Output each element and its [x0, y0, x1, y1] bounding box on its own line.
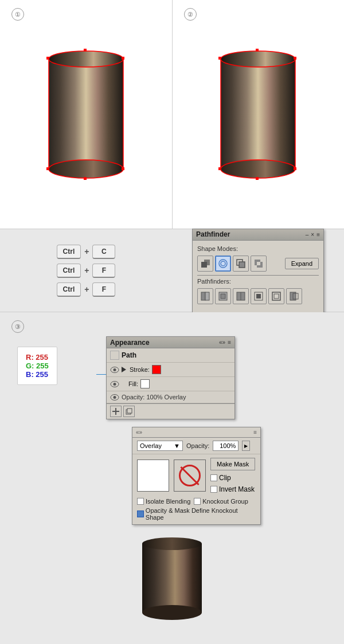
- intersect-btn[interactable]: [233, 256, 249, 272]
- blend-dropdown-arrow[interactable]: ▼: [174, 442, 180, 449]
- opacity-eye-icon[interactable]: [110, 394, 119, 400]
- opacity-mask-row: Opacity & Mask Define Knockout Shape: [132, 506, 260, 524]
- cylinder-1: [43, 43, 129, 186]
- crop-btn[interactable]: [251, 288, 267, 304]
- pathfinder-controls: – × ≡: [306, 231, 320, 238]
- stroke-label: Stroke:: [130, 366, 150, 373]
- isolate-knockout-row: Isolate Blending Knockout Group: [132, 497, 260, 506]
- appearance-menu-btn[interactable]: ≡: [228, 339, 231, 345]
- svg-rect-31: [239, 262, 245, 268]
- divide-btn[interactable]: [197, 288, 213, 304]
- isolate-blending-item: Isolate Blending: [137, 498, 190, 505]
- panel-2-number: ②: [184, 8, 197, 21]
- svg-rect-42: [256, 294, 261, 299]
- svg-rect-8: [122, 57, 124, 60]
- stroke-eye-icon[interactable]: [110, 366, 119, 373]
- bottom-cylinder: [138, 533, 206, 627]
- transparency-titlebar: «» ≡: [132, 427, 260, 438]
- svg-rect-44: [274, 294, 279, 299]
- svg-rect-38: [221, 294, 225, 299]
- pathfinder-title: Pathfinder: [196, 230, 230, 238]
- middle-section: Ctrl + C Ctrl + F Ctrl + F Pathfinder – …: [0, 229, 344, 312]
- expand-btn[interactable]: Expand: [285, 258, 319, 269]
- opacity-label: Opacity:: [186, 442, 209, 449]
- stroke-row[interactable]: Stroke:: [107, 363, 234, 377]
- panel-1-number: ①: [11, 8, 24, 21]
- clip-checkbox[interactable]: [210, 474, 217, 481]
- minimize-btn[interactable]: –: [306, 231, 309, 238]
- svg-rect-43: [272, 292, 280, 300]
- pathfinder-titlebar: Pathfinder – × ≡: [193, 229, 323, 241]
- unite-btn[interactable]: [197, 256, 213, 272]
- stroke-color-swatch[interactable]: [152, 365, 161, 374]
- pathfinder-area: Pathfinder – × ≡ Shape Modes:: [172, 229, 344, 312]
- blend-mode-select[interactable]: Overlay ▼: [137, 441, 183, 451]
- appearance-title: Appearance: [110, 339, 150, 347]
- svg-rect-56: [127, 409, 132, 413]
- trans-menu-btn[interactable]: ≡: [253, 429, 257, 435]
- opacity-text: Opacity: 100% Overlay: [122, 394, 186, 400]
- invert-mask-label: Invert Mask: [219, 485, 255, 493]
- outline-btn[interactable]: [268, 288, 284, 304]
- pathfinders-label: Pathfinders:: [197, 278, 319, 285]
- svg-rect-12: [84, 177, 87, 180]
- close-btn[interactable]: ×: [311, 231, 314, 238]
- cylinder-2: [215, 43, 301, 186]
- fill-eye-icon[interactable]: [110, 380, 119, 387]
- ctrl-key-3: Ctrl: [57, 282, 81, 297]
- fill-color-swatch[interactable]: [140, 379, 150, 388]
- svg-point-28: [219, 260, 227, 268]
- top-section: ①: [0, 0, 344, 229]
- menu-btn[interactable]: ≡: [316, 231, 320, 238]
- stroke-expand-icon[interactable]: [122, 367, 126, 372]
- b-value: B: 255: [26, 370, 49, 379]
- opacity-arrow-btn[interactable]: ▶: [242, 441, 250, 451]
- duplicate-item-btn[interactable]: [123, 406, 135, 417]
- svg-rect-9: [46, 167, 49, 170]
- appearance-expand-btn[interactable]: «»: [219, 339, 225, 345]
- opacity-input[interactable]: 100%: [213, 441, 239, 451]
- knockout-group-label: Knockout Group: [202, 498, 248, 505]
- clip-label: Clip: [219, 474, 231, 482]
- svg-point-29: [221, 261, 225, 266]
- svg-rect-11: [84, 49, 87, 52]
- add-effect-btn[interactable]: [110, 406, 122, 417]
- svg-rect-54: [115, 408, 116, 415]
- svg-rect-57: [142, 544, 202, 612]
- path-row: Path: [107, 348, 234, 363]
- make-mask-btn[interactable]: Make Mask: [210, 458, 255, 470]
- appearance-titlebar: Appearance «» ≡: [107, 337, 234, 348]
- pathfinder-panel: Pathfinder – × ≡ Shape Modes:: [192, 229, 324, 313]
- trim-btn[interactable]: [215, 288, 231, 304]
- pathfinder-buttons-row: [197, 288, 319, 304]
- opacity-row: Opacity: 100% Overlay: [107, 391, 234, 403]
- ctrl-key-2: Ctrl: [57, 264, 81, 278]
- transparency-panel: «» ≡ Overlay ▼ Opacity: 100% ▶ Make Mask: [132, 427, 261, 525]
- shortcut-row-2: Ctrl + F: [57, 264, 116, 278]
- invert-mask-checkbox-item: Invert Mask: [210, 485, 255, 493]
- exclude-btn[interactable]: [251, 256, 267, 272]
- g-value: G: 255: [26, 362, 49, 370]
- mask-preview-icon: [174, 460, 206, 492]
- merge-btn[interactable]: [233, 288, 249, 304]
- keyboard-shortcuts: Ctrl + C Ctrl + F Ctrl + F: [0, 229, 172, 312]
- svg-point-50: [114, 383, 116, 386]
- minus-back-btn[interactable]: [286, 288, 302, 304]
- appearance-toolbar: [107, 403, 234, 419]
- invert-mask-checkbox[interactable]: [210, 486, 217, 493]
- isolate-blending-label: Isolate Blending: [146, 498, 190, 505]
- bottom-section: ③ R: 255 G: 255 B: 255 Appearance «» ≡ P…: [0, 312, 344, 644]
- pathfinder-body: Shape Modes:: [193, 241, 323, 312]
- svg-rect-35: [201, 292, 205, 300]
- fill-row[interactable]: Fill:: [107, 377, 234, 391]
- opacity-mask-checkbox[interactable]: [137, 511, 144, 517]
- svg-rect-24: [256, 49, 259, 52]
- minus-front-btn[interactable]: [215, 256, 231, 272]
- svg-point-52: [114, 396, 116, 399]
- knockout-group-checkbox[interactable]: [194, 498, 201, 505]
- svg-rect-0: [49, 59, 123, 169]
- f-key-2: F: [92, 282, 115, 297]
- svg-point-58: [142, 537, 202, 550]
- svg-point-48: [114, 368, 116, 371]
- isolate-blending-checkbox[interactable]: [137, 498, 144, 505]
